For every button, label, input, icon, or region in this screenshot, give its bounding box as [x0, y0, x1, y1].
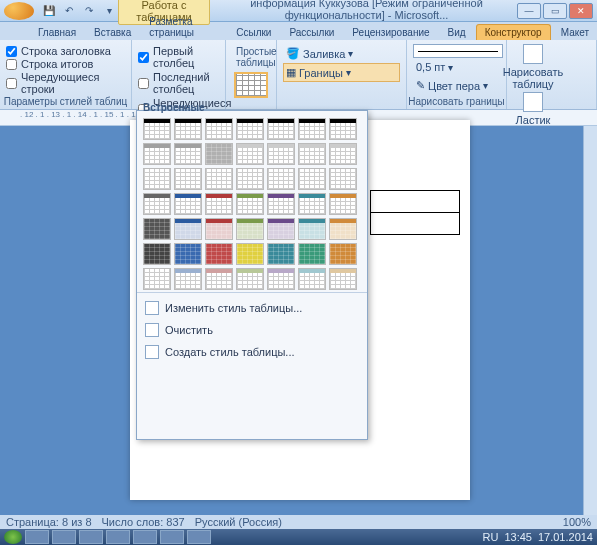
menu-new-style[interactable]: Создать стиль таблицы...	[137, 341, 367, 363]
table-style[interactable]	[236, 193, 264, 215]
table-style[interactable]	[205, 193, 233, 215]
redo-icon[interactable]: ↷	[80, 2, 98, 20]
maximize-button[interactable]: ▭	[543, 3, 567, 19]
tab-view[interactable]: Вид	[440, 25, 474, 40]
pen-weight-select[interactable]: 0,5 пт ▾	[413, 58, 500, 76]
tab-insert[interactable]: Вставка	[86, 25, 139, 40]
table-style[interactable]	[298, 143, 326, 165]
status-words[interactable]: Число слов: 837	[102, 516, 185, 528]
task-ppt[interactable]	[133, 530, 157, 544]
table-style[interactable]	[236, 243, 264, 265]
qat-more-icon[interactable]: ▾	[100, 2, 118, 20]
table-style[interactable]	[174, 268, 202, 290]
table-style[interactable]	[267, 243, 295, 265]
status-page[interactable]: Страница: 8 из 8	[6, 516, 92, 528]
chk-header-row[interactable]: Строка заголовка	[6, 45, 125, 57]
table-style[interactable]	[174, 218, 202, 240]
document-table[interactable]	[370, 190, 460, 235]
table-style[interactable]	[174, 143, 202, 165]
table-style[interactable]	[329, 168, 357, 190]
table-style[interactable]	[329, 118, 357, 140]
table-style[interactable]	[267, 268, 295, 290]
tab-home[interactable]: Главная	[30, 25, 84, 40]
table-style[interactable]	[174, 168, 202, 190]
tray-lang[interactable]: RU	[483, 531, 499, 543]
table-style[interactable]	[205, 168, 233, 190]
task-browser[interactable]	[79, 530, 103, 544]
table-style[interactable]	[329, 193, 357, 215]
table-style[interactable]	[236, 218, 264, 240]
table-style[interactable]	[143, 168, 171, 190]
table-style[interactable]	[143, 193, 171, 215]
table-style[interactable]	[329, 243, 357, 265]
save-icon[interactable]: 💾	[40, 2, 58, 20]
group-title-style-options: Параметры стилей таблиц	[0, 96, 131, 107]
vertical-scrollbar[interactable]	[583, 126, 597, 515]
table-style[interactable]	[298, 118, 326, 140]
chk-last-col[interactable]: Последний столбец	[138, 71, 219, 95]
table-style[interactable]	[236, 268, 264, 290]
table-style[interactable]	[329, 218, 357, 240]
table-style[interactable]	[174, 193, 202, 215]
status-lang[interactable]: Русский (Россия)	[195, 516, 282, 528]
table-style[interactable]	[236, 168, 264, 190]
tab-design[interactable]: Конструктор	[476, 24, 551, 40]
system-tray[interactable]: RU 13:45 17.01.2014	[483, 531, 593, 543]
table-style[interactable]	[298, 268, 326, 290]
close-button[interactable]: ✕	[569, 3, 593, 19]
table-style[interactable]	[298, 168, 326, 190]
task-explorer[interactable]	[25, 530, 49, 544]
table-style[interactable]	[143, 143, 171, 165]
table-style[interactable]	[143, 118, 171, 140]
table-style[interactable]	[236, 118, 264, 140]
draw-table-button[interactable]: Нарисовать таблицу	[513, 44, 553, 90]
table-style[interactable]	[267, 168, 295, 190]
tab-mailings[interactable]: Рассылки	[281, 25, 342, 40]
task-word[interactable]	[187, 530, 211, 544]
pen-color-button[interactable]: ✎Цвет пера ▾	[413, 76, 500, 95]
table-style[interactable]	[205, 218, 233, 240]
selected-table-style[interactable]	[234, 72, 268, 98]
undo-icon[interactable]: ↶	[60, 2, 78, 20]
task-media[interactable]	[106, 530, 130, 544]
table-style[interactable]	[298, 193, 326, 215]
table-style[interactable]	[267, 193, 295, 215]
grid-icon: ▦	[286, 66, 296, 79]
status-zoom[interactable]: 100%	[563, 516, 591, 528]
task-folder[interactable]	[52, 530, 76, 544]
tab-review[interactable]: Рецензирование	[344, 25, 437, 40]
table-style[interactable]	[329, 268, 357, 290]
table-style[interactable]	[267, 218, 295, 240]
menu-modify-style[interactable]: Изменить стиль таблицы...	[137, 297, 367, 319]
table-style[interactable]	[236, 143, 264, 165]
shading-button[interactable]: 🪣Заливка ▾	[283, 44, 400, 63]
minimize-button[interactable]: —	[517, 3, 541, 19]
table-style[interactable]	[267, 143, 295, 165]
table-style[interactable]	[205, 268, 233, 290]
table-style[interactable]	[143, 218, 171, 240]
task-excel[interactable]	[160, 530, 184, 544]
line-style-select[interactable]	[413, 44, 503, 58]
chk-first-col[interactable]: Первый столбец	[138, 45, 219, 69]
table-style[interactable]	[267, 118, 295, 140]
chk-total-row[interactable]: Строка итогов	[6, 58, 125, 70]
office-button[interactable]	[4, 2, 34, 20]
tab-layout[interactable]: Макет	[553, 25, 597, 40]
table-style[interactable]	[143, 243, 171, 265]
tab-references[interactable]: Ссылки	[228, 25, 279, 40]
table-style[interactable]	[205, 143, 233, 165]
table-style[interactable]	[174, 243, 202, 265]
table-style[interactable]	[174, 118, 202, 140]
table-style[interactable]	[205, 118, 233, 140]
table-style[interactable]	[143, 268, 171, 290]
menu-clear[interactable]: Очистить	[137, 319, 367, 341]
chk-banded-rows[interactable]: Чередующиеся строки	[6, 71, 125, 95]
eraser-button[interactable]: Ластик	[513, 92, 553, 126]
start-button[interactable]	[4, 530, 22, 544]
table-style[interactable]	[205, 243, 233, 265]
table-style[interactable]	[298, 218, 326, 240]
table-style[interactable]	[329, 143, 357, 165]
borders-button[interactable]: ▦Границы ▾	[283, 63, 400, 82]
tab-pagelayout[interactable]: Разметка страницы	[141, 14, 226, 40]
table-style[interactable]	[298, 243, 326, 265]
